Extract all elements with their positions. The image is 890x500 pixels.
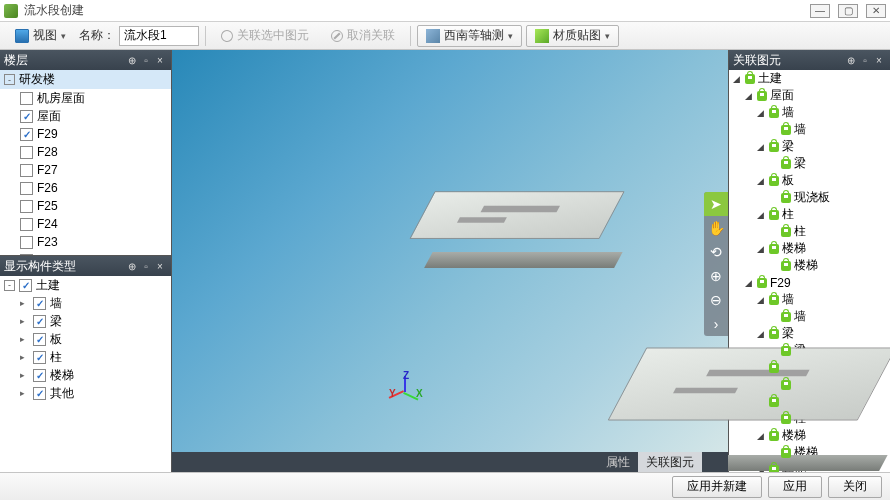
linked-tree-item[interactable]: ◢墙 [729,291,890,308]
expand-arrow-icon[interactable] [769,159,778,169]
component-item[interactable]: ▸楼梯 [0,366,171,384]
checkbox[interactable] [20,92,33,105]
tab-attributes[interactable]: 属性 [598,452,638,473]
expand-arrow-icon[interactable]: ▸ [20,388,29,398]
expand-arrow-icon[interactable]: ◢ [745,91,754,101]
maximize-button[interactable]: ▢ [838,4,858,18]
linked-tree-item[interactable]: 墙 [729,121,890,138]
floors-tree[interactable]: - 研发楼 机房屋面屋面F29F28F27F26F25F24F23F22F21F… [0,70,171,255]
linked-tree-item[interactable]: ◢土建 [729,70,890,87]
component-item[interactable]: ▸柱 [0,348,171,366]
select-tool[interactable]: ➤ [704,192,728,216]
link-selected-button[interactable]: 关联选中图元 [212,25,318,47]
linked-tree-item[interactable]: ◢F29 [729,274,890,291]
model-slab-roof[interactable] [422,172,612,280]
linked-tree-item[interactable]: ◢墙 [729,104,890,121]
linked-tree-item[interactable]: ◢楼梯 [729,240,890,257]
floor-item[interactable]: F26 [0,179,171,197]
checkbox[interactable] [33,369,46,382]
checkbox[interactable] [33,333,46,346]
expand-arrow-icon[interactable]: ▸ [20,316,29,326]
checkbox[interactable] [19,279,32,292]
checkbox[interactable] [20,146,33,159]
material-map-button[interactable]: 材质贴图 ▾ [526,25,619,47]
close-icon[interactable]: × [153,55,167,66]
tab-linked-elements[interactable]: 关联图元 [638,452,702,473]
floor-item[interactable]: F27 [0,161,171,179]
linked-tree-item[interactable]: 楼梯 [729,257,890,274]
close-icon[interactable]: × [153,261,167,272]
zoom-in-tool[interactable]: ⊕ [704,264,728,288]
axon-view-button[interactable]: 西南等轴测 ▾ [417,25,522,47]
close-window-button[interactable]: ✕ [866,4,886,18]
expand-arrow-icon[interactable] [769,125,778,135]
linked-tree-item[interactable]: 柱 [729,223,890,240]
linked-tree-item[interactable]: ◢柱 [729,206,890,223]
floors-root[interactable]: - 研发楼 [0,70,171,89]
close-icon[interactable]: × [872,55,886,66]
minimize-button[interactable]: — [810,4,830,18]
dock-icon[interactable]: ▫ [858,55,872,66]
dock-icon[interactable]: ▫ [139,261,153,272]
linked-tree-item[interactable]: 梁 [729,155,890,172]
dock-icon[interactable]: ▫ [139,55,153,66]
expand-arrow-icon[interactable]: ◢ [733,74,742,84]
expand-toggle[interactable]: - [4,74,15,85]
checkbox[interactable] [33,351,46,364]
linked-tree-item[interactable]: ◢屋面 [729,87,890,104]
expand-arrow-icon[interactable]: ◢ [757,142,766,152]
model-slab-f29[interactable] [627,318,877,472]
orbit-tool[interactable]: ⟲ [704,240,728,264]
checkbox[interactable] [20,236,33,249]
pan-tool[interactable]: ✋ [704,216,728,240]
floor-item[interactable]: 屋面 [0,107,171,125]
checkbox[interactable] [33,297,46,310]
expand-arrow-icon[interactable]: ▸ [20,352,29,362]
collapse-tools[interactable]: › [704,312,728,336]
components-root[interactable]: - 土建 [0,276,171,294]
components-tree[interactable]: - 土建 ▸墙▸梁▸板▸柱▸楼梯▸其他 [0,276,171,472]
checkbox[interactable] [20,110,33,123]
expand-arrow-icon[interactable]: ▸ [20,370,29,380]
pin-icon[interactable]: ⊕ [844,55,858,66]
expand-arrow-icon[interactable]: ◢ [745,278,754,288]
component-item[interactable]: ▸板 [0,330,171,348]
floor-item[interactable]: F28 [0,143,171,161]
expand-arrow-icon[interactable]: ◢ [757,176,766,186]
close-button[interactable]: 关闭 [828,476,882,498]
apply-and-new-button[interactable]: 应用并新建 [672,476,762,498]
expand-arrow-icon[interactable] [769,193,778,203]
view-menu-button[interactable]: 视图 ▾ [6,25,75,47]
floor-item[interactable]: F23 [0,233,171,251]
expand-arrow-icon[interactable] [769,261,778,271]
checkbox[interactable] [33,315,46,328]
segment-name-input[interactable] [119,26,199,46]
component-item[interactable]: ▸梁 [0,312,171,330]
expand-arrow-icon[interactable]: ◢ [757,210,766,220]
component-item[interactable]: ▸其他 [0,384,171,402]
expand-arrow-icon[interactable]: ▸ [20,334,29,344]
checkbox[interactable] [33,387,46,400]
floor-item[interactable]: 机房屋面 [0,89,171,107]
expand-arrow-icon[interactable]: ◢ [757,295,766,305]
viewport-3d[interactable]: Y Z X ➤ ✋ ⟲ ⊕ ⊖ › 属性 关联图元 [172,50,728,472]
floor-item[interactable]: F25 [0,197,171,215]
expand-arrow-icon[interactable]: ◢ [757,108,766,118]
floor-item[interactable]: F24 [0,215,171,233]
checkbox[interactable] [20,164,33,177]
checkbox[interactable] [20,182,33,195]
linked-tree-item[interactable]: ◢板 [729,172,890,189]
expand-arrow-icon[interactable]: ▸ [20,298,29,308]
apply-button[interactable]: 应用 [768,476,822,498]
expand-arrow-icon[interactable]: ◢ [757,244,766,254]
floor-item[interactable]: F29 [0,125,171,143]
component-item[interactable]: ▸墙 [0,294,171,312]
expand-toggle[interactable]: - [4,280,15,291]
expand-arrow-icon[interactable] [769,227,778,237]
checkbox[interactable] [20,218,33,231]
checkbox[interactable] [20,128,33,141]
cancel-link-button[interactable]: 取消关联 [322,25,404,47]
pin-icon[interactable]: ⊕ [125,261,139,272]
pin-icon[interactable]: ⊕ [125,55,139,66]
zoom-out-tool[interactable]: ⊖ [704,288,728,312]
